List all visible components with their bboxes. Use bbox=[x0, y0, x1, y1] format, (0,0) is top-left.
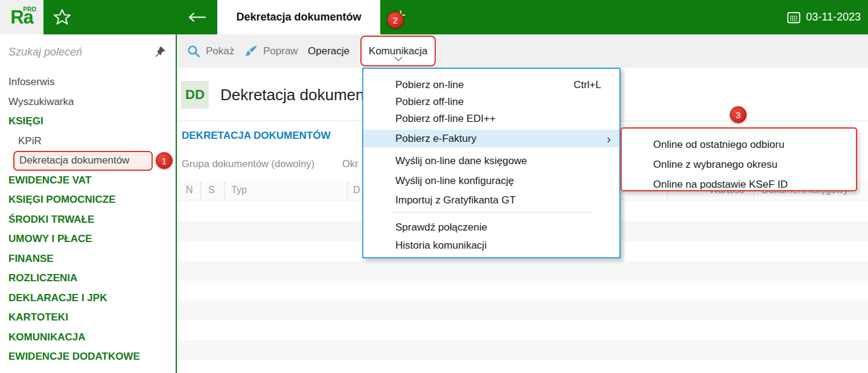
column-separator bbox=[200, 182, 201, 199]
pin-glyph bbox=[154, 46, 166, 58]
sidebar-category-rozliczenia[interactable]: ROZLICZENIA bbox=[0, 269, 176, 289]
communication-dropdown-menu: Pobierz on-line Ctrl+L Pobierz off-line … bbox=[362, 68, 621, 258]
menu-item-label: Importuj z Gratyfikanta GT bbox=[395, 194, 515, 206]
filter-document-group[interactable]: Grupa dokumentów (dowolny) bbox=[182, 158, 314, 170]
sidebar: Infoserwis Wyszukiwarka KSIĘGI KPiR Dekr… bbox=[0, 34, 176, 373]
column-header-typ[interactable]: Typ bbox=[231, 185, 247, 196]
column-header-data[interactable]: D bbox=[353, 185, 360, 196]
show-button-label: Pokaż bbox=[206, 45, 234, 57]
menu-item-wyslij-on-line-dane-ksiegowe[interactable]: Wyślij on-line dane księgowe bbox=[363, 152, 619, 170]
submenu-item-online-od-ostatniego-odbioru[interactable]: Online od ostatniego odbioru bbox=[622, 136, 856, 153]
menu-item-pobierz-off-line-edi[interactable]: Pobierz off-line EDI++ bbox=[363, 110, 619, 128]
favorites-star-icon[interactable] bbox=[53, 8, 72, 27]
pin-icon[interactable] bbox=[154, 46, 166, 58]
tab-label: Dekretacja dokumentów bbox=[236, 11, 361, 24]
sidebar-category-ewidencje-vat[interactable]: EWIDENCJE VAT bbox=[0, 171, 176, 191]
step-badge-2: 2 bbox=[387, 11, 404, 28]
chevron-down-icon bbox=[394, 53, 403, 65]
back-arrow-icon[interactable] bbox=[187, 12, 206, 22]
menu-item-label: Pobierz off-line bbox=[395, 96, 464, 108]
menu-shortcut: Ctrl+L bbox=[573, 79, 601, 91]
menu-item-importuj-z-gratyfikanta-gt[interactable]: Importuj z Gratyfikanta GT bbox=[363, 191, 619, 209]
sidebar-item-label: KARTOTEKI bbox=[8, 311, 68, 324]
menu-item-label: Pobierz on-line bbox=[395, 79, 464, 91]
column-header-n[interactable]: N bbox=[186, 185, 193, 196]
column-separator bbox=[347, 182, 348, 199]
sidebar-item-dekretacja-dokumentow[interactable]: Dekretacja dokumentów bbox=[13, 151, 153, 171]
submenu-arrow-icon: › bbox=[607, 133, 611, 145]
sidebar-item-label: Infoserwis bbox=[8, 76, 55, 88]
sidebar-category-komunikacja[interactable]: KOMUNIKACJA bbox=[0, 328, 176, 348]
sidebar-item-label: Dekretacja dokumentów bbox=[19, 155, 129, 167]
sidebar-item-label: EWIDENCJE DODATKOWE bbox=[8, 351, 140, 363]
column-header-s[interactable]: S bbox=[208, 185, 215, 196]
menu-item-pobierz-off-line[interactable]: Pobierz off-line bbox=[363, 93, 619, 111]
sidebar-category-finanse[interactable]: FINANSE bbox=[0, 249, 176, 269]
brush-icon bbox=[243, 45, 258, 58]
sidebar-item-kpir[interactable]: KPiR bbox=[0, 132, 176, 151]
operations-label: Operacje bbox=[308, 45, 349, 57]
sidebar-item-label: ŚRODKI TRWAŁE bbox=[8, 214, 94, 226]
menu-item-wyslij-on-line-konfiguracje[interactable]: Wyślij on-line konfigurację bbox=[363, 172, 619, 190]
sidebar-item-wyszukiwarka[interactable]: Wyszukiwarka bbox=[0, 92, 176, 112]
communication-menu-button[interactable]: Komunikacja bbox=[360, 36, 436, 66]
sidebar-category-srodki-trwale[interactable]: ŚRODKI TRWAŁE bbox=[0, 210, 176, 230]
search-input[interactable] bbox=[0, 46, 154, 59]
sidebar-item-infoserwis[interactable]: Infoserwis bbox=[0, 72, 176, 92]
menu-item-historia-komunikacji[interactable]: Historia komunikacji bbox=[363, 237, 619, 255]
menu-item-pobierz-e-faktury[interactable]: Pobierz e-Faktury › bbox=[363, 130, 619, 147]
filter-period[interactable]: Okr bbox=[342, 158, 359, 170]
top-header-bar: Ra PRO Dekretacja dokumentów + bbox=[0, 0, 868, 34]
back-arrow-glyph bbox=[187, 12, 206, 22]
step-badge-1: 1 bbox=[156, 152, 173, 169]
sidebar-category-ksiegi[interactable]: KSIĘGI bbox=[0, 112, 176, 132]
sidebar-nav: Infoserwis Wyszukiwarka KSIĘGI KPiR Dekr… bbox=[0, 72, 176, 367]
section-title: DEKRETACJA DOKUMENTÓW bbox=[182, 130, 331, 142]
sidebar-category-deklaracje-i-jpk[interactable]: DEKLARACJE I JPK bbox=[0, 289, 176, 308]
submenu-item-online-z-wybranego-okresu[interactable]: Online z wybranego okresu bbox=[622, 156, 856, 173]
menu-item-label: Wyślij on-line dane księgowe bbox=[395, 155, 527, 167]
edit-button-label: Popraw bbox=[263, 45, 298, 57]
menu-item-label: Wyślij on-line konfigurację bbox=[395, 175, 514, 187]
module-abbrev-badge: DD bbox=[181, 81, 209, 109]
sidebar-item-label: KOMUNIKACJA bbox=[8, 331, 86, 343]
sidebar-item-label: KPiR bbox=[18, 135, 42, 147]
submenu-item-online-na-podstawie-ksef-id[interactable]: Online na podstawie KSeF ID bbox=[622, 176, 856, 193]
tab-dekretacja-dokumentow[interactable]: Dekretacja dokumentów bbox=[217, 0, 380, 34]
search-icon bbox=[187, 45, 200, 58]
sidebar-category-umowy-i-place[interactable]: UMOWY I PŁACE bbox=[0, 229, 176, 249]
sidebar-category-kartoteki[interactable]: KARTOTEKI bbox=[0, 308, 176, 328]
toolbar: Pokaż Popraw Operacje Komunikacja bbox=[177, 34, 868, 68]
submenu-item-label: Online z wybranego okresu bbox=[653, 159, 777, 171]
calendar-icon bbox=[787, 11, 800, 24]
menu-item-label: Pobierz e-Faktury bbox=[395, 133, 476, 145]
e-faktury-submenu: Online od ostatniego odbioru Online z wy… bbox=[621, 127, 857, 191]
app-logo[interactable]: Ra PRO bbox=[0, 0, 43, 34]
menu-item-label: Sprawdź połączenie bbox=[395, 222, 487, 234]
sidebar-item-label: DEKLARACJE I JPK bbox=[8, 292, 107, 304]
operations-menu-button[interactable]: Operacje bbox=[308, 34, 349, 68]
sidebar-item-label: KSIĘGI bbox=[8, 115, 43, 127]
menu-item-label: Historia komunikacji bbox=[395, 240, 487, 252]
sidebar-item-label: Wyszukiwarka bbox=[8, 96, 74, 108]
submenu-item-label: Online na podstawie KSeF ID bbox=[653, 179, 788, 191]
menu-item-sprawdz-polaczenie[interactable]: Sprawdź połączenie bbox=[363, 218, 619, 237]
column-separator bbox=[225, 182, 225, 199]
sidebar-category-ewidencje-dodatkowe[interactable]: EWIDENCJE DODATKOWE bbox=[0, 347, 176, 367]
logo-pro-label: PRO bbox=[23, 6, 36, 13]
sidebar-item-label: KSIĘGI POMOCNICZE bbox=[8, 194, 116, 206]
star-icon bbox=[53, 8, 72, 27]
show-button[interactable]: Pokaż bbox=[187, 34, 234, 68]
command-search-row bbox=[0, 34, 176, 69]
edit-button[interactable]: Popraw bbox=[243, 34, 298, 68]
submenu-item-label: Online od ostatniego odbioru bbox=[653, 139, 784, 151]
sidebar-item-label: FINANSE bbox=[8, 253, 54, 265]
menu-separator bbox=[392, 212, 592, 212]
menu-item-label: Pobierz off-line EDI++ bbox=[395, 113, 496, 125]
app-window: Ra PRO Dekretacja dokumentów + bbox=[0, 0, 868, 373]
menu-item-pobierz-on-line[interactable]: Pobierz on-line Ctrl+L bbox=[363, 76, 619, 94]
sidebar-category-ksiegi-pomocnicze[interactable]: KSIĘGI POMOCNICZE bbox=[0, 190, 176, 210]
work-date[interactable]: 03-11-2023 bbox=[787, 0, 861, 34]
sidebar-item-label: ROZLICZENIA bbox=[8, 272, 77, 284]
date-label: 03-11-2023 bbox=[806, 11, 861, 24]
